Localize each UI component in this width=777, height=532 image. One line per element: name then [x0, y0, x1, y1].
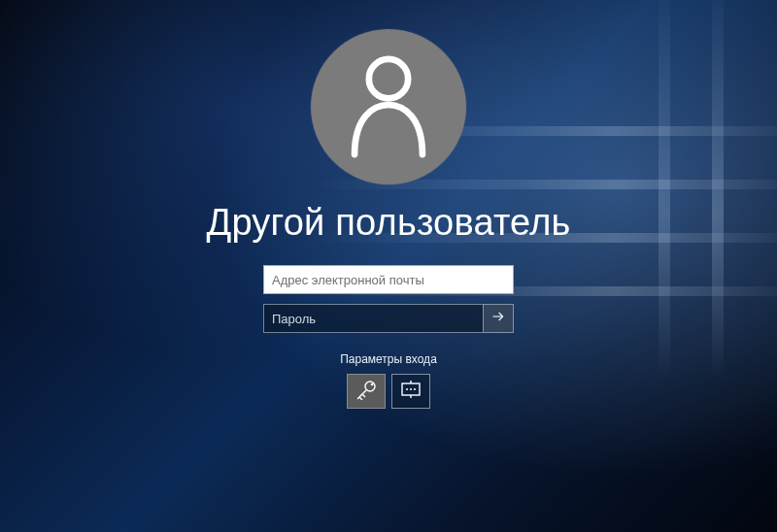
pin-pad-icon — [399, 381, 422, 402]
signin-options — [347, 374, 430, 409]
arrow-right-icon — [490, 309, 506, 328]
login-screen: Другой пользователь Параметры входа — [0, 0, 777, 532]
email-field[interactable] — [263, 265, 514, 294]
signin-option-password[interactable] — [347, 374, 386, 409]
svg-point-1 — [365, 382, 375, 391]
page-title: Другой пользователь — [206, 202, 570, 244]
svg-point-0 — [369, 59, 408, 98]
password-row — [263, 304, 514, 333]
svg-point-5 — [410, 388, 412, 390]
svg-point-2 — [371, 383, 374, 386]
signin-option-pin[interactable] — [391, 374, 430, 409]
email-row — [263, 265, 514, 294]
key-icon — [355, 379, 378, 404]
user-icon — [347, 51, 430, 162]
login-fields — [263, 265, 514, 333]
password-field[interactable] — [263, 304, 483, 333]
submit-button[interactable] — [483, 304, 514, 333]
svg-point-6 — [414, 388, 416, 390]
svg-point-4 — [406, 388, 408, 390]
signin-options-label: Параметры входа — [340, 352, 437, 366]
avatar — [311, 29, 466, 184]
